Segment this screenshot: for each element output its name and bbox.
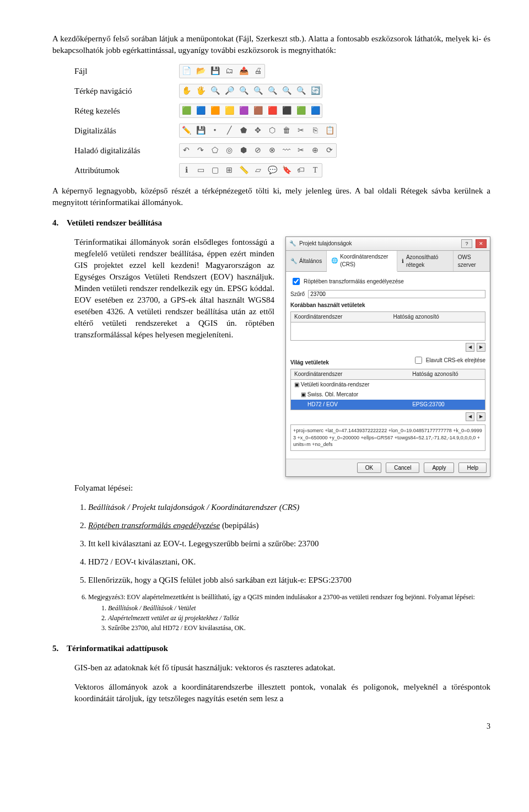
steps-list: Beállítások / Projekt tulajdonságok / Ko… [52, 502, 490, 633]
section-4-title: 4. Vetületi rendszer beállítása [52, 217, 490, 229]
save-icon[interactable]: 💾 [209, 66, 220, 77]
reshape-icon[interactable]: 〰 [281, 145, 292, 156]
save-edits-icon[interactable]: 💾 [195, 125, 206, 136]
zoom-layer-icon[interactable]: 🔍 [267, 85, 278, 96]
list-item: Beállítások / Beállítások / Vetület [108, 604, 490, 612]
apply-button[interactable]: Apply [424, 463, 454, 473]
delete-part-icon[interactable]: ⊗ [267, 145, 278, 156]
on-the-fly-checkbox-input[interactable] [293, 278, 300, 285]
export-icon[interactable]: 📤 [238, 66, 249, 77]
pan-icon[interactable]: ✋ [181, 85, 192, 96]
scroll-left-icon[interactable]: ◀ [466, 343, 474, 352]
measure-area-icon[interactable]: ▱ [252, 165, 263, 176]
cut-icon[interactable]: ✂ [295, 125, 306, 136]
add-vector-icon[interactable]: 🟩 [181, 105, 192, 116]
cancel-button[interactable]: Cancel [386, 463, 419, 473]
window-close-icon[interactable]: ✕ [476, 239, 487, 248]
table-row[interactable]: ▣ Swiss. Obl. Mercator [291, 390, 485, 400]
section-5-p1: GIS-ben az adatoknak két fő típusát hasz… [52, 662, 490, 674]
deselect-icon[interactable]: ▢ [209, 165, 220, 176]
delete-icon[interactable]: 🗑 [281, 125, 292, 136]
zoom-out-icon[interactable]: 🔎 [224, 85, 235, 96]
list-item: HD72 / EOV-t kiválasztani, OK. [88, 556, 490, 568]
tab-identify[interactable]: ℹ Azonosítható rétegek [397, 251, 454, 271]
scroll-left-icon[interactable]: ◀ [466, 412, 474, 421]
identify-icon[interactable]: ℹ [181, 165, 192, 176]
edit-icon[interactable]: ✏️ [181, 125, 192, 136]
wrench-icon: 🔧 [290, 257, 297, 265]
new-shp-icon[interactable]: 🟩 [295, 105, 306, 116]
help-button[interactable]: Help [458, 463, 487, 473]
paste-icon[interactable]: 📋 [324, 125, 335, 136]
hide-deprecated-checkbox[interactable]: Elavult CRS-ek elrejtése [413, 355, 485, 365]
filter-input[interactable] [308, 290, 485, 298]
zoom-next-icon[interactable]: 🔍 [295, 85, 306, 96]
merge-icon[interactable]: ⊕ [310, 145, 321, 156]
tips-icon[interactable]: 💬 [267, 165, 278, 176]
globe-icon: 🌐 [331, 257, 338, 265]
table-row[interactable]: ▣ Vetületi koordináta-rendszer [291, 380, 485, 390]
add-db-icon[interactable]: 🟧 [209, 105, 220, 116]
toolbar-advanced-digitizing[interactable]: ↶ ↷ ⬠ ◎ ⬢ ⊘ ⊗ 〰 ✂ ⊕ ⟳ [179, 143, 337, 158]
refresh-icon[interactable]: 🔄 [310, 85, 321, 96]
add-ring-icon[interactable]: ◎ [224, 145, 235, 156]
scroll-right-icon[interactable]: ▶ [477, 412, 485, 421]
add-part-icon[interactable]: ⬢ [238, 145, 249, 156]
move-feature-icon[interactable]: ✥ [252, 125, 263, 136]
copy-icon[interactable]: ⎘ [310, 125, 321, 136]
toolbar-layer[interactable]: 🟩 🟦 🟧 🟨 🟪 🟫 🟥 ⬛ 🟩 🟦 [179, 104, 322, 118]
tab-ows[interactable]: OWS szerver [454, 251, 490, 271]
tab-general[interactable]: 🔧 Általános [286, 251, 327, 271]
world-crs-table[interactable]: KoordinátarendszerHatóság azonosító ▣ Ve… [290, 369, 485, 410]
rotate-icon[interactable]: ⟳ [324, 145, 335, 156]
simplify-icon[interactable]: ⬠ [209, 145, 220, 156]
info-icon: ℹ [402, 257, 404, 265]
ok-button[interactable]: OK [357, 463, 381, 473]
scroll-right-icon[interactable]: ▶ [477, 343, 485, 352]
select-icon[interactable]: ▭ [195, 165, 206, 176]
print-icon[interactable]: 🖨 [252, 66, 263, 77]
label-icon[interactable]: 🏷 [295, 165, 306, 176]
undo-icon[interactable]: ↶ [181, 145, 192, 156]
node-tool-icon[interactable]: ⬡ [267, 125, 278, 136]
recent-crs-table[interactable]: KoordinátarendszerHatóság azonosító [290, 311, 485, 341]
remove-icon[interactable]: 🟦 [310, 105, 321, 116]
list-item: Itt kell kiválasztani az EOV-t. Legegysz… [88, 538, 490, 550]
add-wms-icon[interactable]: 🟨 [224, 105, 235, 116]
add-line-icon[interactable]: ╱ [224, 125, 235, 136]
toolbar-file[interactable]: 📄 📂 💾 🗂 📤 🖨 [179, 64, 265, 78]
delete-ring-icon[interactable]: ⊘ [252, 145, 263, 156]
section-5-number: 5. [52, 643, 67, 654]
save-as-icon[interactable]: 🗂 [224, 66, 235, 77]
redo-icon[interactable]: ↷ [195, 145, 206, 156]
add-wfs-icon[interactable]: 🟪 [238, 105, 249, 116]
toolbar-attributes[interactable]: ℹ ▭ ▢ ⊞ 📏 ▱ 💬 🔖 🏷 T [179, 163, 322, 178]
add-polygon-icon[interactable]: ⬟ [238, 125, 249, 136]
add-csv-icon[interactable]: 🟫 [252, 105, 263, 116]
bookmark-icon[interactable]: 🔖 [281, 165, 292, 176]
zoom-native-icon[interactable]: 🔍 [238, 85, 249, 96]
on-the-fly-checkbox[interactable]: Röptében transzformálás engedélyezése [290, 276, 485, 287]
toolbar-digitizing[interactable]: ✏️ 💾 • ╱ ⬟ ✥ ⬡ 🗑 ✂ ⎘ 📋 [179, 123, 337, 138]
zoom-last-icon[interactable]: 🔍 [281, 85, 292, 96]
toolbar-navigation[interactable]: ✋ 🖐 🔍 🔎 🔍 🔍 🔍 🔍 🔍 🔄 [179, 84, 322, 98]
table-row-selected[interactable]: HD72 / EOVEPSG:23700 [291, 400, 485, 410]
tab-crs[interactable]: 🌐 Koordinátarendszer (CRS) [327, 251, 397, 272]
split-icon[interactable]: ✂ [295, 145, 306, 156]
new-layer-icon[interactable]: 🟥 [267, 105, 278, 116]
open-icon[interactable]: 📂 [195, 66, 206, 77]
text-icon[interactable]: T [310, 165, 321, 176]
zoom-full-icon[interactable]: 🔍 [252, 85, 263, 96]
hide-deprecated-input[interactable] [415, 357, 422, 364]
toolbar-label-navigation: Térkép navigáció [74, 85, 179, 97]
window-help-icon[interactable]: ? [461, 239, 472, 248]
measure-icon[interactable]: 📏 [238, 165, 249, 176]
remove-layer-icon[interactable]: ⬛ [281, 105, 292, 116]
add-point-icon[interactable]: • [209, 125, 220, 136]
new-file-icon[interactable]: 📄 [181, 66, 192, 77]
add-raster-icon[interactable]: 🟦 [195, 105, 206, 116]
attr-table-icon[interactable]: ⊞ [224, 165, 235, 176]
list-item: Szűrőbe 23700, alul HD72 / EOV kiválaszt… [108, 623, 490, 632]
zoom-in-icon[interactable]: 🔍 [209, 85, 220, 96]
pan-select-icon[interactable]: 🖐 [195, 85, 206, 96]
